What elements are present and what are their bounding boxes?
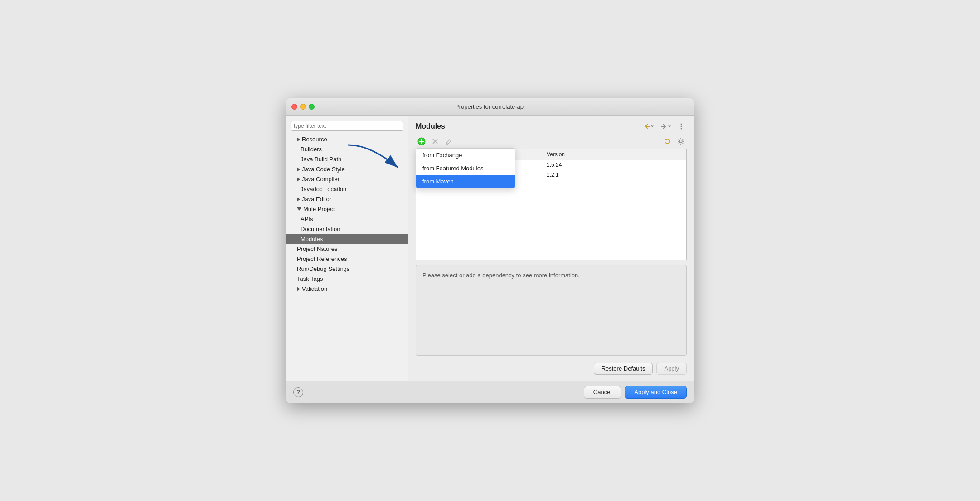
minimize-button[interactable] <box>300 104 306 110</box>
expand-icon <box>297 197 300 202</box>
table-version-column: Version 1.5.24 1.2.1 <box>543 149 686 260</box>
add-icon <box>417 137 426 145</box>
help-button[interactable]: ? <box>293 387 303 397</box>
sidebar-item-project-references[interactable]: Project References <box>286 254 408 264</box>
expand-icon <box>297 137 300 142</box>
add-button[interactable] <box>416 135 427 147</box>
table-empty-row <box>543 250 686 260</box>
main-content: Modules <box>408 116 694 381</box>
sidebar-item-label: Modules <box>301 236 323 242</box>
expand-icon <box>297 167 300 172</box>
sidebar-item-resource[interactable]: Resource <box>286 135 408 145</box>
window-body: Resource Builders Java Build Path Java C… <box>286 116 694 381</box>
sidebar-item-javadoc-location[interactable]: Javadoc Location <box>286 184 408 194</box>
svg-point-3 <box>681 125 682 127</box>
dropdown-item-from-featured[interactable]: from Featured Modules <box>416 162 515 175</box>
sidebar-item-label: Java Build Path <box>301 156 341 163</box>
expand-icon <box>297 177 300 182</box>
main-header: Modules <box>416 122 687 131</box>
sidebar-item-label: Validation <box>302 285 327 292</box>
sidebar-item-label: Mule Project <box>303 206 336 212</box>
table-empty-row <box>543 210 686 220</box>
svg-point-13 <box>679 140 682 143</box>
sidebar-item-label: Java Editor <box>302 196 331 202</box>
sidebar-item-label: Project References <box>297 255 347 262</box>
apply-button[interactable]: Apply <box>656 363 687 375</box>
sidebar-item-label: Builders <box>301 146 322 153</box>
table-empty-row <box>416 210 543 220</box>
sidebar-item-label: Task Tags <box>297 275 323 282</box>
sidebar-item-run-debug[interactable]: Run/Debug Settings <box>286 264 408 274</box>
expand-icon <box>297 207 301 211</box>
refresh-icon <box>664 138 671 145</box>
more-button[interactable] <box>676 122 687 131</box>
table-empty-row <box>543 220 686 230</box>
chevron-down-icon <box>650 124 654 129</box>
dropdown-item-from-exchange[interactable]: from Exchange <box>416 149 515 162</box>
svg-point-2 <box>681 123 682 125</box>
sidebar-item-java-build-path[interactable]: Java Build Path <box>286 154 408 164</box>
sidebar-item-project-natures[interactable]: Project Natures <box>286 244 408 254</box>
delete-icon <box>432 138 438 145</box>
sidebar-item-java-compiler[interactable]: Java Compiler <box>286 174 408 184</box>
titlebar: Properties for correlate-api <box>286 98 694 116</box>
header-nav-icons <box>641 122 687 131</box>
maximize-button[interactable] <box>309 104 315 110</box>
svg-line-21 <box>679 143 679 144</box>
table-empty-row <box>416 200 543 210</box>
traffic-lights <box>291 104 315 110</box>
sidebar-item-documentation[interactable]: Documentation <box>286 224 408 234</box>
svg-line-20 <box>683 139 684 140</box>
table-version-header: Version <box>543 149 686 160</box>
back-icon <box>643 123 650 130</box>
forward-icon <box>660 123 668 130</box>
restore-defaults-button[interactable]: Restore Defaults <box>594 363 653 375</box>
dialog-footer: ? Cancel Apply and Close <box>286 381 694 403</box>
filter-wrap <box>286 119 408 135</box>
cancel-button[interactable]: Cancel <box>584 386 621 399</box>
sidebar-item-label: Documentation <box>301 226 340 232</box>
bottom-buttons: Restore Defaults Apply <box>416 361 687 376</box>
table-empty-row <box>416 230 543 240</box>
table-row[interactable]: 1.2.1 <box>543 170 686 180</box>
delete-button[interactable] <box>429 135 441 147</box>
table-row[interactable]: 1.5.24 <box>543 160 686 170</box>
sidebar-item-task-tags[interactable]: Task Tags <box>286 274 408 284</box>
toolbar-right <box>661 135 687 147</box>
table-empty-row <box>416 250 543 260</box>
svg-point-4 <box>681 128 682 129</box>
gear-icon <box>677 138 684 145</box>
table-empty-row <box>543 240 686 250</box>
sidebar-item-java-code-style[interactable]: Java Code Style <box>286 164 408 174</box>
sidebar-item-builders[interactable]: Builders <box>286 145 408 154</box>
properties-dialog: Properties for correlate-api Resource Bu… <box>286 98 694 403</box>
sidebar-item-java-editor[interactable]: Java Editor <box>286 194 408 204</box>
sidebar-item-modules[interactable]: Modules <box>286 234 408 244</box>
sidebar-item-apis[interactable]: APIs <box>286 214 408 224</box>
refresh-button[interactable] <box>661 135 673 147</box>
sidebar: Resource Builders Java Build Path Java C… <box>286 116 408 381</box>
sidebar-item-label: Javadoc Location <box>301 186 346 193</box>
sidebar-item-label: Java Compiler <box>302 176 340 183</box>
table-empty-row <box>416 220 543 230</box>
table-empty-row <box>543 180 686 190</box>
back-button[interactable] <box>641 122 656 131</box>
settings-button[interactable] <box>675 135 687 147</box>
add-dropdown-menu: from Exchange from Featured Modules from… <box>416 148 515 188</box>
sidebar-item-validation[interactable]: Validation <box>286 284 408 294</box>
expand-icon <box>297 287 300 291</box>
apply-close-button[interactable]: Apply and Close <box>625 386 687 399</box>
edit-button[interactable] <box>443 135 455 147</box>
sidebar-item-label: Resource <box>302 136 327 143</box>
dropdown-item-from-maven[interactable]: from Maven <box>416 175 515 188</box>
filter-input[interactable] <box>291 121 403 131</box>
close-button[interactable] <box>291 104 297 110</box>
forward-button[interactable] <box>659 122 673 131</box>
dependency-info-box: Please select or add a dependency to see… <box>416 265 687 356</box>
chevron-down-icon <box>668 124 671 129</box>
sidebar-item-mule-project[interactable]: Mule Project <box>286 204 408 214</box>
footer-right: Cancel Apply and Close <box>584 386 687 399</box>
more-icon <box>678 123 685 130</box>
sidebar-item-label: Run/Debug Settings <box>297 265 349 272</box>
table-empty-row <box>416 240 543 250</box>
